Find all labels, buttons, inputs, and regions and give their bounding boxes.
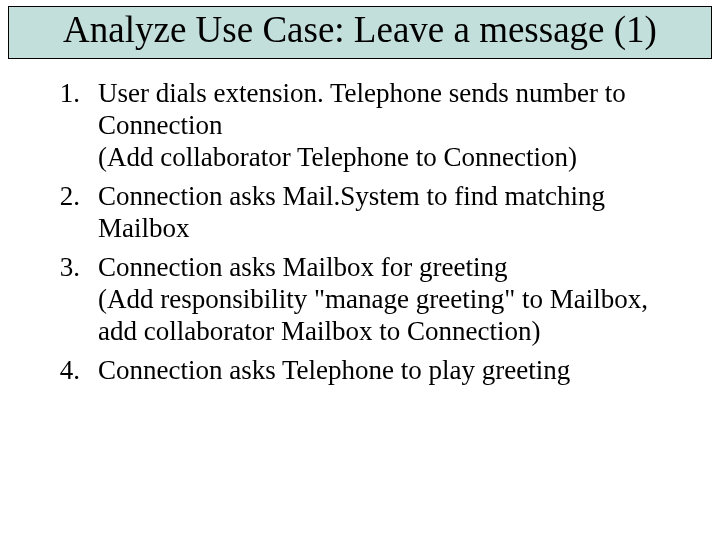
list-item: 4. Connection asks Telephone to play gre… <box>28 354 692 386</box>
item-text: Connection asks Mailbox for greeting (Ad… <box>98 251 692 348</box>
item-number: 2. <box>28 180 98 245</box>
item-number: 4. <box>28 354 98 386</box>
item-text: Connection asks Mail.System to find matc… <box>98 180 692 245</box>
slide-title: Analyze Use Case: Leave a message (1) <box>8 6 712 59</box>
item-number: 1. <box>28 77 98 174</box>
list-item: 2. Connection asks Mail.System to find m… <box>28 180 692 245</box>
item-text: User dials extension. Telephone sends nu… <box>98 77 692 174</box>
numbered-list: 1. User dials extension. Telephone sends… <box>28 77 692 387</box>
item-text: Connection asks Telephone to play greeti… <box>98 354 692 386</box>
list-item: 3. Connection asks Mailbox for greeting … <box>28 251 692 348</box>
item-number: 3. <box>28 251 98 348</box>
list-item: 1. User dials extension. Telephone sends… <box>28 77 692 174</box>
